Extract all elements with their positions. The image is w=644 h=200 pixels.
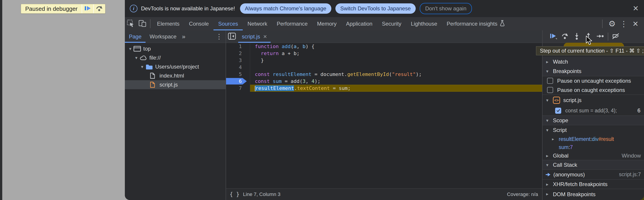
code-line[interactable]: 5const resultElement = document.getEleme… xyxy=(226,71,542,78)
step-icon xyxy=(596,34,604,39)
frame-name: (anonymous) xyxy=(553,172,585,178)
line-number-gutter[interactable]: 7 xyxy=(226,85,250,92)
close-icon: × xyxy=(633,19,638,28)
step-into-button[interactable] xyxy=(571,31,582,42)
toolbar-separator xyxy=(150,19,150,28)
scope-var-result-element[interactable]: ▸ resultElement: div#result xyxy=(542,135,644,143)
navigator-tab-strip: Page Workspace » ⋮ xyxy=(125,30,226,43)
devtools-close-button[interactable]: × xyxy=(630,18,641,30)
scope-var-sum[interactable]: sum: 7 xyxy=(542,143,644,151)
settings-button[interactable]: ⚙ xyxy=(606,18,618,30)
breakpoints-section-header[interactable]: ▾ Breakpoints xyxy=(542,66,644,76)
deactivate-breakpoints-button[interactable] xyxy=(610,31,622,42)
xhr-breakpoints-section-header[interactable]: ▸ XHR/fetch Breakpoints xyxy=(542,179,644,189)
infobar: i DevTools is now available in Japanese!… xyxy=(125,0,644,17)
scope-script-label: Script xyxy=(553,127,566,133)
code-text: resultElement.textContent = sum; xyxy=(250,85,542,92)
line-number-gutter[interactable]: 5 xyxy=(226,71,250,78)
expand-arrow-icon[interactable]: ▾ xyxy=(139,64,145,69)
resume-icon xyxy=(550,33,557,40)
scope-global-value: Window xyxy=(622,153,644,159)
code-text: const resultElement = document.getElemen… xyxy=(250,71,542,78)
tree-item-label: Users/user/project xyxy=(155,64,199,70)
scope-section-header[interactable]: ▾ Scope xyxy=(542,116,644,125)
code-line[interactable]: 6const sum = add(3, 4); xyxy=(226,78,542,85)
editor-tab-script-js[interactable]: script.js × xyxy=(238,30,270,43)
line-number-gutter[interactable]: 4 xyxy=(226,64,250,71)
coverage-label: Coverage: n/a xyxy=(507,192,538,197)
cloud-icon xyxy=(140,55,149,61)
navigator-editor-divider[interactable] xyxy=(226,30,226,200)
infobar-close-button[interactable]: × xyxy=(630,3,641,13)
close-tab-icon[interactable]: × xyxy=(263,33,267,40)
pause-uncaught-exceptions-row[interactable]: Pause on uncaught exceptions xyxy=(542,76,644,85)
call-stack-label: Call Stack xyxy=(553,162,577,168)
tab-console[interactable]: Console xyxy=(184,17,214,30)
tree-item-project-folder[interactable]: ▾ Users/user/project xyxy=(125,62,226,71)
call-stack-section-header[interactable]: ▾ Call Stack xyxy=(542,160,644,170)
tree-item-file-protocol[interactable]: ▾ file:// xyxy=(125,53,226,62)
line-number-gutter[interactable]: 2 xyxy=(226,50,250,57)
toggle-device-toolbar-button[interactable] xyxy=(136,17,148,30)
code-text: return a + b; xyxy=(250,50,542,57)
step-button[interactable] xyxy=(594,31,606,42)
breakpoint-file-group[interactable]: ▾ <> script.js xyxy=(542,95,644,106)
breakpoint-marker[interactable] xyxy=(226,78,247,84)
code-line[interactable]: 3 } xyxy=(226,57,542,64)
checkbox[interactable] xyxy=(547,78,553,84)
tab-security[interactable]: Security xyxy=(377,17,406,30)
breakpoint-checkbox[interactable] xyxy=(555,108,561,114)
dont-show-again-button[interactable]: Don't show again xyxy=(420,3,472,14)
tree-item-index-html[interactable]: index.html xyxy=(125,71,226,80)
code-line[interactable]: 7resultElement.textContent = sum; xyxy=(226,85,542,92)
dom-breakpoints-section-header[interactable]: ▸ DOM Breakpoints xyxy=(542,189,644,200)
toolbar-separator xyxy=(608,32,608,41)
editor-debugger-divider[interactable] xyxy=(542,30,542,200)
tab-lighthouse[interactable]: Lighthouse xyxy=(406,17,442,30)
line-number-gutter[interactable]: 3 xyxy=(226,57,250,64)
chevron-right-icon: ▸ xyxy=(546,153,553,158)
tree-item-top[interactable]: ▾ top xyxy=(125,44,226,53)
chevron-right-icon[interactable]: ▸ xyxy=(552,137,559,142)
step-over-button[interactable] xyxy=(559,31,571,42)
more-options-button[interactable]: ⋮ xyxy=(618,18,630,30)
code-editor[interactable]: 1function add(a, b) {2 return a + b;3 }4… xyxy=(226,43,542,188)
scope-global-group[interactable]: ▸ Global Window xyxy=(542,151,644,160)
watch-section-header[interactable]: ▸ Watch xyxy=(542,57,644,66)
tab-performance[interactable]: Performance xyxy=(272,17,312,30)
navigator-tab-page[interactable]: Page xyxy=(125,30,146,43)
tab-network[interactable]: Network xyxy=(243,17,272,30)
code-line[interactable]: 4 xyxy=(226,64,542,71)
checkbox[interactable] xyxy=(547,87,553,93)
tab-memory[interactable]: Memory xyxy=(312,17,342,30)
editor-pane: script.js × 1function add(a, b) {2 retur… xyxy=(226,30,542,200)
expand-arrow-icon[interactable]: ▾ xyxy=(127,46,134,51)
line-number-gutter[interactable]: 1 xyxy=(226,43,250,50)
match-chrome-language-button[interactable]: Always match Chrome's language xyxy=(240,3,331,14)
tab-elements[interactable]: Elements xyxy=(152,17,184,30)
breakpoint-entry[interactable]: const sum = add(3, 4); 6 xyxy=(542,106,644,116)
code-line[interactable]: 1function add(a, b) { xyxy=(226,43,542,50)
tab-sources[interactable]: Sources xyxy=(214,17,243,30)
tab-application[interactable]: Application xyxy=(341,17,377,30)
scope-script-group[interactable]: ▾ Script xyxy=(542,125,644,135)
navigator-more-options-button[interactable]: ⋮ xyxy=(212,30,226,43)
pretty-print-icon[interactable]: { } xyxy=(230,191,239,198)
inspect-element-button[interactable] xyxy=(125,17,136,30)
expand-arrow-icon[interactable]: ▾ xyxy=(133,55,140,60)
more-tabs-button[interactable]: » xyxy=(181,30,187,43)
resume-icon xyxy=(84,5,91,12)
code-line[interactable]: 2 return a + b; xyxy=(226,50,542,57)
pause-caught-exceptions-row[interactable]: Pause on caught exceptions xyxy=(542,85,644,95)
tab-performance-insights[interactable]: Performance insights xyxy=(442,17,510,30)
hide-navigator-button[interactable] xyxy=(226,30,238,43)
tree-item-script-js[interactable]: script.js xyxy=(125,80,226,89)
resume-script-button[interactable] xyxy=(82,4,93,13)
switch-devtools-japanese-button[interactable]: Switch DevTools to Japanese xyxy=(336,3,416,14)
step-over-button-page[interactable] xyxy=(93,4,105,13)
navigator-tab-workspace[interactable]: Workspace xyxy=(146,30,181,43)
resume-button[interactable] xyxy=(548,31,559,42)
line-number-gutter[interactable]: 6 xyxy=(226,78,250,85)
active-frame-arrow-icon xyxy=(545,172,553,177)
call-stack-frame[interactable]: (anonymous) script.js:7 xyxy=(542,170,644,179)
